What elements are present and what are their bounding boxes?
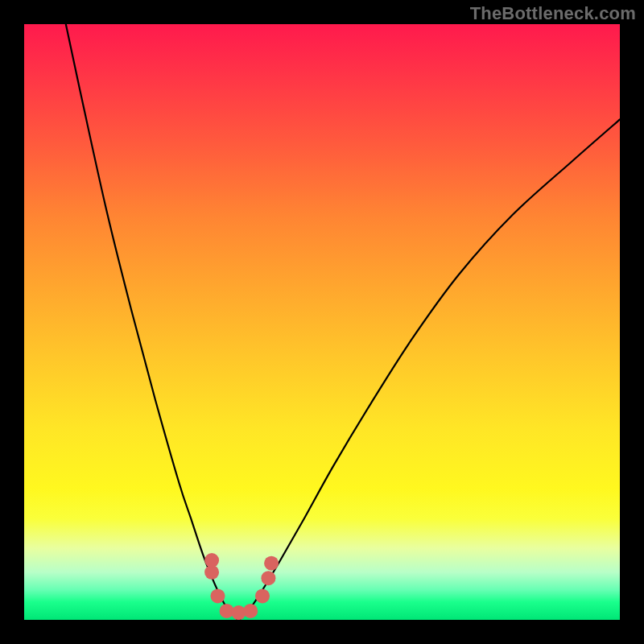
curve-marker xyxy=(243,604,258,618)
curve-marker xyxy=(261,571,275,585)
watermark-text: TheBottleneck.com xyxy=(470,3,636,24)
bottleneck-curve-line xyxy=(66,24,620,620)
chart-svg xyxy=(24,24,620,620)
chart-plot-area xyxy=(24,24,620,620)
curve-marker xyxy=(211,588,225,603)
curve-marker xyxy=(204,553,219,568)
curve-marker xyxy=(264,556,279,571)
curve-marker xyxy=(255,588,270,603)
